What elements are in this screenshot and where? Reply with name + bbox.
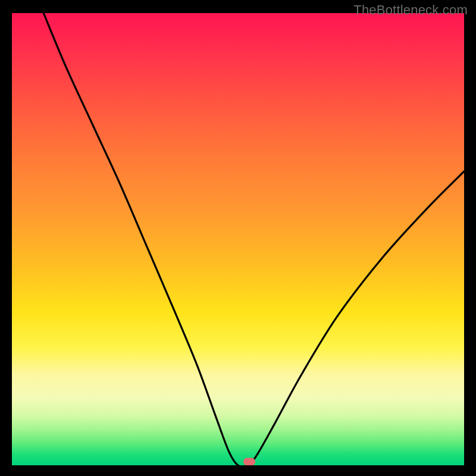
watermark-text: TheBottleneck.com [353, 2, 468, 18]
plot-area [12, 13, 464, 465]
chart-frame: TheBottleneck.com [0, 0, 476, 476]
bottleneck-curve [12, 13, 464, 465]
optimal-point-marker [243, 458, 255, 465]
